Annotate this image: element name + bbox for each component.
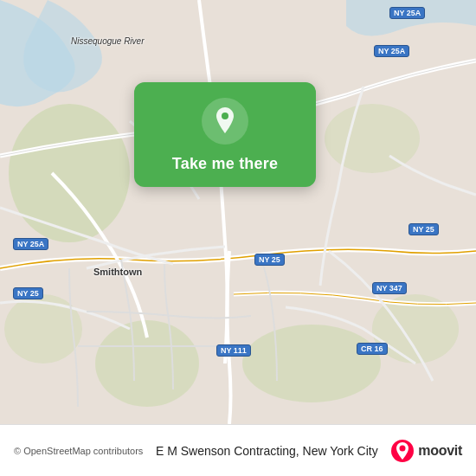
location-title: E M Swenson Contracting, New York City bbox=[156, 444, 378, 458]
road-badge-ny111: NY 111 bbox=[216, 344, 251, 357]
svg-point-3 bbox=[242, 325, 381, 402]
osm-attribution: © OpenStreetMap contributors bbox=[14, 446, 143, 456]
road-badge-ny25-mid: NY 25 bbox=[254, 254, 285, 266]
svg-point-1 bbox=[9, 104, 130, 242]
map-view: NY 25A NY 25A NY 25A NY 25 NY 25 NY 25 N… bbox=[0, 0, 476, 424]
road-badge-ny25a-right: NY 25A bbox=[374, 45, 409, 57]
svg-point-6 bbox=[325, 104, 420, 173]
road-badge-ny25a-left: NY 25A bbox=[13, 238, 48, 250]
place-label-smithtown: Smithtown bbox=[93, 267, 142, 277]
footer-bar: © OpenStreetMap contributors E M Swenson… bbox=[0, 424, 476, 476]
location-pin-icon bbox=[213, 107, 237, 135]
road-badge-cr16: CR 16 bbox=[357, 343, 388, 355]
road-badge-ny25a-top: NY 25A bbox=[389, 7, 425, 19]
take-me-there-button-label: Take me there bbox=[172, 155, 278, 173]
moovit-logo: moovit bbox=[390, 439, 462, 463]
road-badge-ny347: NY 347 bbox=[372, 282, 407, 294]
road-badge-ny25-low-left: NY 25 bbox=[13, 287, 43, 299]
svg-point-9 bbox=[400, 445, 406, 451]
place-label-river: Nissequogue River bbox=[71, 36, 145, 46]
location-icon-wrap bbox=[202, 98, 248, 145]
road-badge-ny25-right: NY 25 bbox=[408, 223, 439, 235]
moovit-icon bbox=[390, 439, 415, 463]
svg-point-7 bbox=[222, 113, 228, 119]
footer-left: © OpenStreetMap contributors bbox=[14, 446, 143, 456]
action-card[interactable]: Take me there bbox=[134, 82, 316, 187]
moovit-text: moovit bbox=[418, 443, 462, 459]
